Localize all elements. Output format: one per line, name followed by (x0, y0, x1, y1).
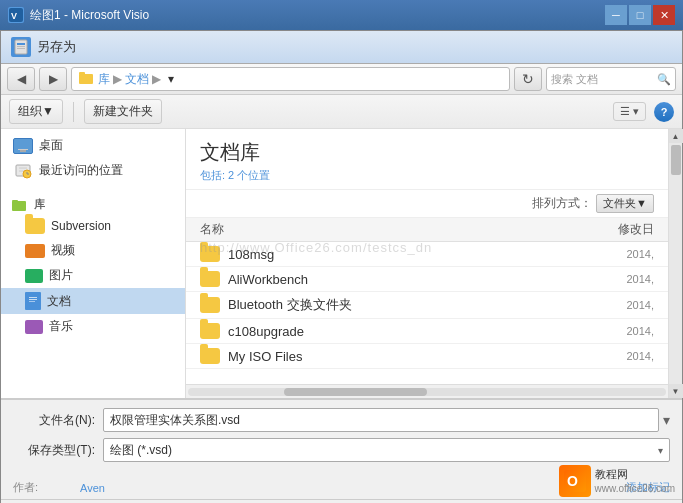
video-icon (25, 244, 45, 258)
h-scrollbar[interactable] (186, 384, 668, 398)
author-value[interactable]: Aven (80, 482, 105, 494)
col-date-header: 修改日 (594, 221, 654, 238)
help-button[interactable]: ? (654, 102, 674, 122)
sort-toolbar: 排列方式： 文件夹▼ (186, 190, 668, 218)
search-icon[interactable]: 🔍 (657, 73, 671, 86)
window-title: 绘图1 - Microsoft Visio (30, 7, 605, 24)
filetype-value: 绘图 (*.vsd) (110, 442, 172, 459)
folder-icon (200, 297, 220, 313)
scroll-up-button[interactable]: ▲ (669, 129, 683, 143)
title-bar: V 绘图1 - Microsoft Visio ─ □ ✕ (0, 0, 683, 30)
scroll-thumb[interactable] (671, 145, 681, 175)
sidebar-label-subversion: Subversion (51, 219, 111, 233)
file-list-header: 名称 修改日 (186, 218, 668, 242)
refresh-button[interactable]: ↻ (514, 67, 542, 91)
sort-button[interactable]: 文件夹▼ (596, 194, 654, 213)
search-placeholder: 搜索 文档 (551, 72, 657, 87)
bottom-bar: ▲ 隐藏文件夹 工具(L) ▾ 保存(S 取消 (1, 499, 682, 503)
organize-button[interactable]: 组织▼ (9, 99, 63, 124)
sidebar-item-subversion[interactable]: Subversion (1, 214, 185, 238)
file-date: 2014, (594, 325, 654, 337)
svg-rect-13 (12, 201, 26, 211)
content-subtitle: 包括: 2 个位置 (200, 168, 654, 183)
list-item[interactable]: 108msg 2014, (186, 242, 668, 267)
sidebar: 桌面 最近访问的位置 (1, 129, 186, 398)
path-dropdown[interactable]: ▾ (168, 72, 174, 86)
filename-label: 文件名(N): (13, 412, 103, 429)
sidebar-item-video[interactable]: 视频 (1, 238, 185, 263)
v-scrollbar[interactable]: ▲ ▼ (668, 129, 682, 398)
svg-rect-18 (29, 301, 35, 302)
file-date: 2014, (594, 248, 654, 260)
dialog-icon (11, 37, 31, 57)
sidebar-section-library: 库 (1, 191, 185, 214)
file-name: My ISO Files (228, 349, 594, 364)
svg-rect-8 (15, 139, 31, 149)
sidebar-label-music: 音乐 (49, 318, 73, 335)
scroll-down-button[interactable]: ▼ (669, 384, 683, 398)
sidebar-label-pictures: 图片 (49, 267, 73, 284)
path-sep1: ▶ (113, 72, 122, 86)
file-name: 108msg (228, 247, 594, 262)
path-sep2: ▶ (152, 72, 161, 86)
path-root-icon (78, 71, 94, 88)
svg-rect-6 (79, 74, 93, 84)
filename-input[interactable] (103, 408, 659, 432)
filetype-arrow: ▾ (658, 445, 663, 456)
sidebar-item-pictures[interactable]: 图片 (1, 263, 185, 288)
app-icon: V (8, 7, 24, 23)
office-logo: O (559, 465, 591, 497)
list-item[interactable]: AliWorkbench 2014, (186, 267, 668, 292)
sidebar-label-desktop: 桌面 (39, 137, 63, 154)
office-branding: O 教程网 www.office26.com (559, 465, 675, 497)
h-scrollbar-track[interactable] (188, 388, 666, 396)
svg-rect-16 (29, 297, 37, 298)
svg-rect-9 (20, 150, 26, 152)
folder-icon (200, 271, 220, 287)
sidebar-label-docs: 文档 (47, 293, 71, 310)
view-button[interactable]: ☰ ▾ (613, 102, 646, 121)
filetype-dropdown[interactable]: 绘图 (*.vsd) ▾ (103, 438, 670, 462)
forward-button[interactable]: ▶ (39, 67, 67, 91)
dialog-title-text: 另存为 (37, 38, 76, 56)
minimize-button[interactable]: ─ (605, 5, 627, 25)
file-name: c108upgrade (228, 324, 594, 339)
new-folder-button[interactable]: 新建文件夹 (84, 99, 162, 124)
filename-row: 文件名(N): ▾ (13, 408, 670, 432)
list-item[interactable]: My ISO Files 2014, (186, 344, 668, 369)
office-site-label: 教程网 www.office26.com (595, 467, 675, 494)
filetype-label: 保存类型(T): (13, 442, 103, 459)
svg-rect-7 (79, 72, 85, 75)
sidebar-item-music[interactable]: 音乐 (1, 314, 185, 339)
file-date: 2014, (594, 299, 654, 311)
svg-rect-17 (29, 299, 37, 300)
back-button[interactable]: ◀ (7, 67, 35, 91)
maximize-button[interactable]: □ (629, 5, 651, 25)
action-bar: 组织▼ 新建文件夹 ☰ ▾ ? (1, 95, 682, 129)
svg-text:O: O (567, 473, 578, 489)
path-docs[interactable]: 文档 (125, 71, 149, 88)
scroll-track[interactable] (669, 143, 682, 384)
list-item[interactable]: Bluetooth 交换文件夹 2014, (186, 292, 668, 319)
save-dialog: 另存为 ◀ ▶ 库 ▶ 文档 ▶ ▾ ↻ 搜索 文档 (0, 30, 683, 503)
path-library[interactable]: 库 (98, 71, 110, 88)
music-icon (25, 320, 43, 334)
window-controls: ─ □ ✕ (605, 5, 675, 25)
nav-toolbar: ◀ ▶ 库 ▶ 文档 ▶ ▾ ↻ 搜索 文档 🔍 (1, 64, 682, 95)
sidebar-label-recent: 最近访问的位置 (39, 162, 123, 179)
svg-rect-3 (17, 43, 25, 45)
list-item[interactable]: c108upgrade 2014, (186, 319, 668, 344)
main-area: 桌面 最近访问的位置 (1, 129, 682, 399)
sidebar-sep1 (1, 183, 185, 191)
folder-icon (200, 323, 220, 339)
h-scrollbar-thumb[interactable] (284, 388, 427, 396)
search-bar[interactable]: 搜索 文档 🔍 (546, 67, 676, 91)
file-date: 2014, (594, 273, 654, 285)
filename-dropdown-arrow[interactable]: ▾ (663, 412, 670, 428)
path-bar[interactable]: 库 ▶ 文档 ▶ ▾ (71, 67, 510, 91)
sidebar-item-recent[interactable]: 最近访问的位置 (1, 158, 185, 183)
sidebar-item-docs[interactable]: 文档 (1, 288, 185, 314)
svg-rect-5 (17, 48, 25, 49)
close-button[interactable]: ✕ (653, 5, 675, 25)
sidebar-item-desktop[interactable]: 桌面 (1, 133, 185, 158)
